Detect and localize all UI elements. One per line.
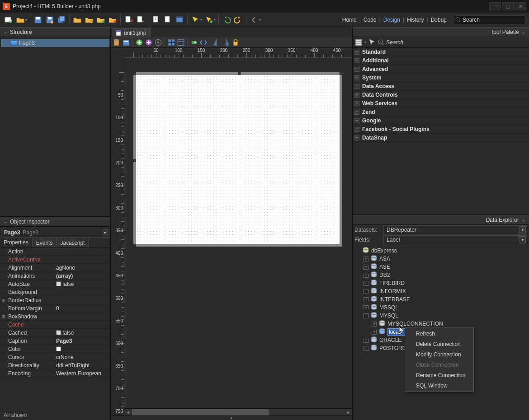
menu-sql-window[interactable]: SQL Window <box>405 380 473 391</box>
palette-category[interactable]: +Data Access <box>353 82 529 91</box>
property-row[interactable]: Action <box>0 247 110 256</box>
palette-category[interactable]: +System <box>353 74 529 82</box>
property-row[interactable]: EncodingWestern European <box>0 369 110 378</box>
canvas-viewport[interactable] <box>124 58 352 408</box>
menu-rename-connection[interactable]: Rename Connection <box>405 370 473 380</box>
download-icon[interactable] <box>151 15 161 25</box>
flip-v-icon[interactable] <box>222 38 230 47</box>
property-row[interactable]: BottomMargin0 <box>0 304 110 313</box>
property-row[interactable]: CursorcrNone <box>0 353 110 361</box>
nav-design[interactable]: Design <box>383 17 400 23</box>
property-row[interactable]: ⊞BorderRadius <box>0 296 110 304</box>
data-explorer-item[interactable]: dbExpress <box>354 247 528 255</box>
form-designer-surface[interactable] <box>133 72 342 247</box>
property-row[interactable]: CaptionPage3 <box>0 337 110 345</box>
property-row[interactable]: Cache <box>0 321 110 329</box>
palette-category[interactable]: +Additional <box>353 56 529 65</box>
dropdown-icon[interactable]: ▾ <box>200 18 202 22</box>
scroll-right-icon[interactable]: ► <box>345 409 352 415</box>
save-as-icon[interactable] <box>45 15 55 25</box>
selection-handle[interactable] <box>133 244 136 247</box>
palette-category[interactable]: +DataSnap <box>353 134 529 142</box>
minimize-button[interactable]: — <box>489 2 501 10</box>
data-explorer-item[interactable]: +INFORMIX <box>354 287 528 295</box>
palette-category[interactable]: +Google <box>353 117 529 125</box>
toggle-icon[interactable] <box>190 38 198 47</box>
bottom-splitter[interactable]: ▲ <box>111 415 352 420</box>
undo-icon[interactable] <box>222 15 231 25</box>
add-icon[interactable] <box>135 38 143 47</box>
property-row[interactable]: AlignmentagNone <box>0 264 110 272</box>
dropdown-icon[interactable]: ▾ <box>520 236 526 243</box>
clipboard-icon[interactable] <box>122 38 130 47</box>
scroll-thumb[interactable] <box>132 409 269 415</box>
data-explorer-header[interactable]: Data Explorer ⌄ <box>353 215 529 225</box>
open-folder-icon[interactable] <box>15 15 25 25</box>
property-row[interactable]: Animations(array) <box>0 272 110 280</box>
palette-header[interactable]: Tool Palette ⌄ <box>353 27 529 37</box>
grid-icon[interactable] <box>167 38 175 47</box>
flip-h-icon[interactable] <box>213 38 221 47</box>
selection-handle[interactable] <box>238 72 241 75</box>
palette-category[interactable]: +Data Controls <box>353 91 529 99</box>
structure-root-item[interactable]: Page3 <box>1 39 109 47</box>
data-explorer-item[interactable]: +FIREBIRD <box>354 279 528 287</box>
run-debug-icon[interactable] <box>204 15 214 25</box>
selection-handle[interactable] <box>133 159 136 162</box>
window-icon[interactable] <box>175 15 184 25</box>
inspector-object-selector[interactable]: Page3 Page3 ▾ <box>1 228 109 238</box>
paste-icon[interactable] <box>113 38 121 47</box>
search-input[interactable]: Search <box>453 15 525 24</box>
save-icon[interactable] <box>33 15 43 25</box>
new-file-icon[interactable]: + <box>4 15 14 25</box>
data-explorer-item[interactable]: +ASA <box>354 255 528 263</box>
dropdown-icon[interactable]: ▾ <box>102 229 108 236</box>
redo-icon[interactable] <box>233 15 243 25</box>
nav-home[interactable]: Home <box>342 17 357 23</box>
menu-modify-connection[interactable]: Modify Connection <box>405 349 473 359</box>
data-explorer-item[interactable]: +ASE <box>354 263 528 271</box>
scroll-left-icon[interactable]: ◄ <box>124 409 132 415</box>
selection-handle[interactable] <box>340 72 342 75</box>
code-icon[interactable] <box>199 38 208 47</box>
target-icon[interactable] <box>154 38 162 47</box>
circle-plus-icon[interactable] <box>145 38 153 47</box>
dropdown-icon[interactable]: ▾ <box>259 18 261 22</box>
menu-refresh[interactable]: Refresh <box>405 328 473 339</box>
property-row[interactable]: ⊞BoxShadow <box>0 313 110 321</box>
property-row[interactable]: AutoSizefalse <box>0 280 110 288</box>
property-row[interactable]: Background <box>0 288 110 296</box>
maximize-button[interactable]: ▢ <box>502 2 514 10</box>
remove-folder-icon[interactable] <box>108 15 118 25</box>
tab-events[interactable]: Events <box>33 238 57 247</box>
nav-history[interactable]: History <box>407 17 424 23</box>
new-folder-icon[interactable] <box>96 15 106 25</box>
palette-category[interactable]: +Standard <box>353 48 529 56</box>
add-folder-icon[interactable] <box>84 15 94 25</box>
file-check-icon[interactable]: ✓ <box>135 15 145 25</box>
new-doc-icon[interactable] <box>163 15 173 25</box>
back-icon[interactable] <box>249 15 259 25</box>
property-grid[interactable]: ActionActiveControlAlignmentagNoneAnimat… <box>0 247 110 410</box>
palette-category[interactable]: +Zend <box>353 108 529 117</box>
save-all-icon[interactable] <box>57 15 66 25</box>
menu-delete-connection[interactable]: Delete Connection <box>405 339 473 349</box>
data-explorer-item[interactable]: +MSSQL <box>354 303 528 312</box>
inspector-header[interactable]: ⌄ Object Inspector <box>0 217 110 227</box>
dropdown-icon[interactable]: ▾ <box>364 40 366 44</box>
property-row[interactable]: Color <box>0 345 110 353</box>
palette-category[interactable]: +Facebook - Social Plugins <box>353 125 529 134</box>
palette-category[interactable]: +Advanced <box>353 65 529 74</box>
datasets-combo[interactable]: DBRepeater ▾ <box>383 225 527 234</box>
palette-search[interactable]: Search <box>386 38 527 47</box>
property-row[interactable]: Cachedfalse <box>0 329 110 337</box>
open-project-icon[interactable] <box>72 15 82 25</box>
nav-code[interactable]: Code <box>364 17 377 23</box>
property-row[interactable]: ActiveControl <box>0 256 110 264</box>
close-button[interactable]: ✕ <box>515 2 526 10</box>
pointer-icon[interactable] <box>368 38 376 47</box>
fields-combo[interactable]: Label ▾ <box>383 235 527 244</box>
property-row[interactable]: DirectionalityddLeftToRight <box>0 361 110 369</box>
data-explorer-tree[interactable]: dbExpress+ASA+ASE+DB2+FIREBIRD+INFORMIX+… <box>353 245 529 420</box>
dropdown-icon[interactable]: ▾ <box>520 226 526 233</box>
